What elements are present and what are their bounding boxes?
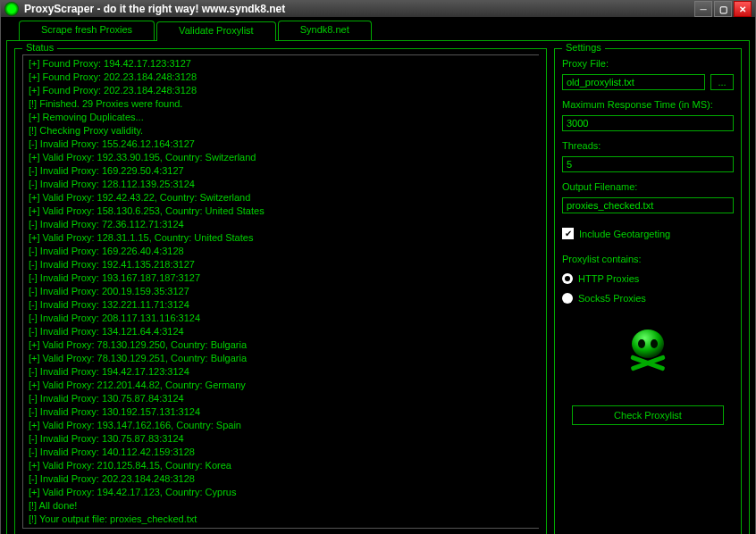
radio-socks[interactable] xyxy=(562,293,573,304)
log-line: [-] Invalid Proxy: 134.121.64.4:3124 xyxy=(29,325,533,338)
svg-point-1 xyxy=(638,339,645,348)
log-line: [+] Valid Proxy: 212.201.44.82, Country:… xyxy=(29,379,533,392)
tab-bar: Scrape fresh Proxies Validate Proxylist … xyxy=(6,21,750,40)
log-line: [-] Invalid Proxy: 130.75.87.83:3124 xyxy=(29,432,533,446)
log-line: [-] Invalid Proxy: 140.112.42.159:3128 xyxy=(29,446,533,459)
radio-http[interactable] xyxy=(562,273,573,284)
log-line: [+] Valid Proxy: 193.147.162.166, Countr… xyxy=(29,419,533,432)
settings-legend: Settings xyxy=(562,42,605,53)
log-line: [-] Invalid Proxy: 155.246.12.164:3127 xyxy=(29,138,533,151)
log-line: [+] Valid Proxy: 78.130.129.250, Country… xyxy=(29,338,533,352)
titlebar[interactable]: ProxyScraper - do it the right way! www.… xyxy=(1,1,755,17)
log-line: [+] Valid Proxy: 192.33.90.195, Country:… xyxy=(29,151,533,164)
max-response-input[interactable] xyxy=(562,115,734,131)
log-line: [+] Valid Proxy: 78.130.129.251, Country… xyxy=(29,352,533,365)
geo-label: Include Geotargeting xyxy=(579,229,670,239)
skull-logo-icon xyxy=(617,321,679,384)
log-line: [-] Invalid Proxy: 130.192.157.131:3124 xyxy=(29,405,533,419)
tab-body: Status [+] Found Proxy: 194.42.17.123:31… xyxy=(6,40,750,534)
tab-syndk8[interactable]: Syndk8.net xyxy=(278,21,372,40)
log-line: [+] Found Proxy: 202.23.184.248:3128 xyxy=(29,84,533,97)
maximize-button[interactable]: ▢ xyxy=(714,1,732,17)
log-line: [!] All done! xyxy=(29,499,533,513)
geo-checkbox[interactable]: ✔ xyxy=(562,228,574,239)
log-line: [+] Valid Proxy: 210.125.84.15, Country:… xyxy=(29,459,533,472)
log-line: [-] Invalid Proxy: 194.42.17.123:3124 xyxy=(29,365,533,379)
max-response-label: Maximum Response Time (in MS): xyxy=(562,99,734,110)
content-area: Scrape fresh Proxies Validate Proxylist … xyxy=(1,17,755,534)
threads-label: Threads: xyxy=(562,140,734,151)
status-box: Status [+] Found Proxy: 194.42.17.123:31… xyxy=(14,48,547,534)
log-line: [!] Checking Proxy validity. xyxy=(29,124,533,138)
svg-point-2 xyxy=(651,339,658,348)
radio-http-label: HTTP Proxies xyxy=(578,273,639,284)
log-line: [-] Invalid Proxy: 132.221.11.71:3124 xyxy=(29,298,533,312)
proxy-file-input[interactable] xyxy=(562,74,705,90)
log-line: [-] Invalid Proxy: 169.229.50.4:3127 xyxy=(29,164,533,178)
app-window: ProxyScraper - do it the right way! www.… xyxy=(0,0,756,534)
settings-box: Settings Proxy File: ... Maximum Respons… xyxy=(554,48,742,534)
status-legend: Status xyxy=(22,42,57,53)
status-log[interactable]: [+] Found Proxy: 194.42.17.123:3127[+] F… xyxy=(22,54,539,529)
log-line: [-] Invalid Proxy: 208.117.131.116:3124 xyxy=(29,312,533,325)
close-button[interactable]: ✕ xyxy=(734,1,752,17)
window-title: ProxyScraper - do it the right way! www.… xyxy=(24,3,694,15)
log-line: [-] Invalid Proxy: 202.23.184.248:3128 xyxy=(29,472,533,486)
log-line: [+] Found Proxy: 194.42.17.123:3127 xyxy=(29,57,533,71)
threads-input[interactable] xyxy=(562,156,734,172)
log-line: [-] Invalid Proxy: 72.36.112.71:3124 xyxy=(29,218,533,231)
log-line: [+] Found Proxy: 202.23.184.248:3128 xyxy=(29,71,533,84)
contains-label: Proxylist contains: xyxy=(562,254,734,264)
log-line: [-] Invalid Proxy: 128.112.139.25:3124 xyxy=(29,178,533,191)
browse-button[interactable]: ... xyxy=(710,74,734,90)
output-input[interactable] xyxy=(562,197,734,213)
log-line: [-] Invalid Proxy: 130.75.87.84:3124 xyxy=(29,392,533,405)
log-line: [-] Invalid Proxy: 169.226.40.4:3128 xyxy=(29,245,533,258)
app-icon xyxy=(4,2,19,16)
log-line: [+] Removing Duplicates... xyxy=(29,111,533,124)
log-line: [+] Valid Proxy: 192.42.43.22, Country: … xyxy=(29,191,533,204)
minimize-button[interactable]: ─ xyxy=(694,1,712,17)
log-line: [+] Valid Proxy: 158.130.6.253, Country:… xyxy=(29,204,533,218)
tab-validate[interactable]: Validate Proxylist xyxy=(156,21,276,41)
tab-scrape[interactable]: Scrape fresh Proxies xyxy=(19,21,155,40)
proxy-file-label: Proxy File: xyxy=(562,58,734,69)
radio-socks-label: Socks5 Proxies xyxy=(578,293,646,304)
log-line: [!] Your output file: proxies_checked.tx… xyxy=(29,513,533,526)
log-line: [+] Valid Proxy: 194.42.17.123, Country:… xyxy=(29,486,533,499)
log-line: [!] Finished. 29 Proxies were found. xyxy=(29,97,533,111)
log-line: [+] Valid Proxy: 128.31.1.15, Country: U… xyxy=(29,231,533,245)
output-label: Output Filename: xyxy=(562,181,734,192)
log-line: [-] Invalid Proxy: 193.167.187.187:3127 xyxy=(29,271,533,285)
log-line: [-] Invalid Proxy: 200.19.159.35:3127 xyxy=(29,285,533,298)
svg-point-0 xyxy=(632,330,664,358)
log-line: [-] Invalid Proxy: 192.41.135.218:3127 xyxy=(29,258,533,271)
check-proxylist-button[interactable]: Check Proxylist xyxy=(572,405,724,425)
